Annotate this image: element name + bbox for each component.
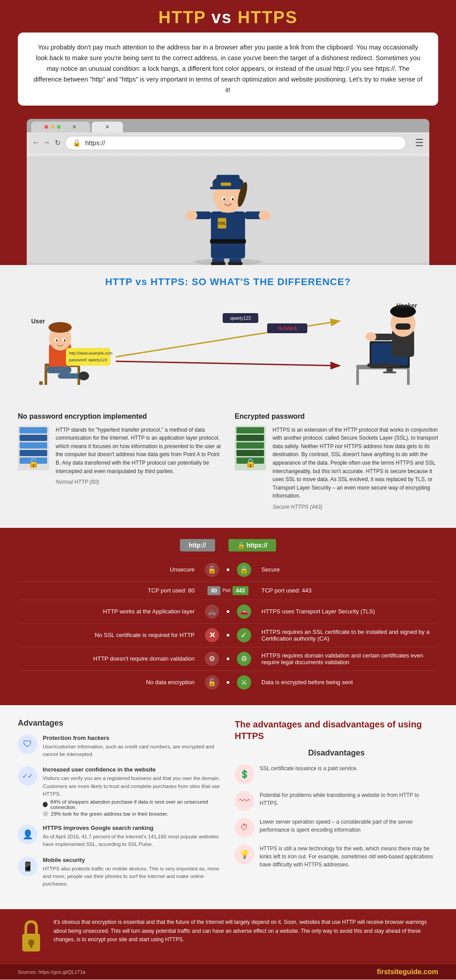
lock-icon: 🔒	[73, 139, 81, 147]
svg-rect-40	[66, 348, 110, 366]
svg-rect-57	[367, 363, 399, 367]
tab-close-2[interactable]: ✕	[105, 124, 110, 130]
adv-icon-3: 👤	[18, 825, 37, 844]
https-col-title: Encrypted password	[235, 412, 438, 421]
scene-container: http://www.example.com password: qwerty1…	[18, 299, 438, 388]
row6-icon-right: ⚔	[237, 675, 251, 690]
stat-row-29: 29% look for the green address bar in th…	[43, 811, 221, 817]
stat-84: 84% of shoppers abandon purchase if data…	[50, 799, 221, 810]
row5-icon-left: ⚙	[205, 652, 219, 666]
adv-icon-1: 🛡	[18, 735, 37, 754]
row6-divider	[227, 681, 229, 684]
footer-bottom: Sources: https://goo.gl/QL171a firstsite…	[0, 964, 456, 980]
footer-section: It's obvious that encryption is essentia…	[0, 909, 456, 964]
brand-com: .com	[422, 968, 438, 976]
svg-rect-51	[356, 369, 359, 385]
tab-dot-yellow	[51, 125, 54, 129]
port-443: 443	[232, 586, 248, 595]
svg-text:qwerty123: qwerty123	[230, 316, 251, 321]
brand-site: site	[390, 968, 403, 976]
disadvantages-title: Disadvantages	[235, 748, 438, 758]
http-column: No password encryption implemented 🔓 HTT…	[18, 412, 221, 514]
feature-row-6: No data encryption 🔓 ⚔ Data is encrypted…	[18, 671, 438, 694]
svg-text:http://www.example.com: http://www.example.com	[69, 351, 113, 355]
feature-row-4: No SSL certificate is required for HTTP …	[18, 624, 438, 647]
browser-window: ✕ ✕ ← → ↻ 🔒 https:// ☰	[27, 119, 429, 265]
disadv-text-2: Potential for problems while transitioni…	[260, 791, 438, 807]
http-text: HTTP stands for "hypertext transfer prot…	[56, 426, 221, 476]
adv-icon-2: ✓✓	[18, 766, 37, 786]
hamburger-menu[interactable]: ☰	[415, 137, 424, 149]
refresh-button[interactable]: ↻	[55, 139, 61, 147]
svg-text:Hacker: Hacker	[396, 302, 417, 309]
address-text: https://	[85, 139, 105, 147]
footer-source: Sources: https://goo.gl/QL171a	[18, 969, 86, 975]
footer-lock-illustration	[18, 918, 45, 956]
advantage-item-3: 👤 HTTPS improves Google search ranking A…	[18, 825, 221, 849]
svg-rect-29	[39, 381, 43, 385]
row1-right: Secure	[255, 566, 438, 573]
scene-svg: http://www.example.com password: qwerty1…	[18, 299, 438, 388]
row4-divider	[227, 634, 229, 637]
http-col-title: No password encryption implemented	[18, 412, 221, 421]
https-server-row: 🔒 HTTPS is an extension of the HTTP prot…	[235, 426, 438, 510]
row4-icon-left: ✕	[205, 628, 219, 642]
tab-close-1[interactable]: ✕	[72, 124, 77, 130]
comparison-columns: No password encryption implemented 🔓 HTT…	[18, 412, 438, 514]
row3-icon-right: 🚗	[237, 604, 251, 619]
https-bar-4	[236, 450, 264, 456]
svg-text:SSL: SSL	[218, 220, 226, 225]
brand-first: first	[377, 968, 390, 976]
forward-button[interactable]: →	[42, 138, 50, 147]
comparison-section: No password encryption implemented 🔓 HTT…	[0, 404, 456, 528]
adv-title-3: HTTPS improves Google search ranking	[43, 825, 221, 831]
row5-icon-right: ⚙	[237, 652, 251, 666]
row5-right: HTTPS requires domain validation and cer…	[255, 652, 438, 666]
row6-left: No data encryption	[18, 679, 201, 686]
feature-row-3: HTTP works at the Application layer 🚲 🚗 …	[18, 600, 438, 624]
disadvantage-item-3: ⏱ Lower server operation speed – a consi…	[235, 818, 438, 837]
https-bar-1	[236, 427, 264, 433]
disadvantage-item-2: 〰 Potential for problems while transitio…	[235, 791, 438, 811]
stat-dot-84	[43, 802, 48, 807]
row4-icons: ✕ ✓	[201, 628, 255, 642]
row4-right: HTTPS requires an SSL certificate to be …	[255, 629, 438, 642]
disadv-icon-2: 〰	[235, 791, 254, 811]
row5-divider	[227, 657, 229, 660]
advantage-item-4: 📱 Mobile security HTTPS also protects tr…	[18, 857, 221, 888]
nav-arrows: ← →	[32, 138, 50, 147]
row5-left: HTTP doesn't require domain validation	[18, 655, 201, 662]
svg-rect-5	[210, 239, 246, 244]
row5-icons: ⚙ ⚙	[201, 652, 255, 666]
stat-29: 29% look for the green address bar in th…	[51, 811, 168, 817]
svg-rect-14	[216, 175, 240, 181]
disadv-icon-1: 💲	[235, 764, 254, 784]
address-bar[interactable]: 🔒 https://	[65, 136, 406, 150]
svg-point-63	[366, 332, 376, 341]
adv-desc-1: User/customer information, such as credi…	[43, 743, 221, 759]
svg-rect-9	[228, 261, 243, 265]
https-bar-2	[236, 435, 264, 441]
http-label: Normal HTTP (80)	[56, 479, 221, 485]
svg-point-32	[49, 322, 72, 333]
row4-icon-right: ✓	[237, 628, 251, 642]
back-button[interactable]: ←	[32, 138, 40, 147]
adv-title-1: Protection from hackers	[43, 735, 221, 741]
footer-text: It's obvious that encryption is essentia…	[53, 918, 438, 944]
server-bar-2	[20, 435, 47, 441]
stat-dot-29	[43, 811, 48, 817]
http-server-graphic: 🔓	[18, 426, 49, 470]
svg-rect-8	[211, 261, 226, 265]
adv-title-4: Mobile security	[43, 857, 221, 863]
http-lock-icon: 🔓	[28, 457, 39, 468]
browser-content: SSL	[27, 154, 429, 265]
row3-icon-left: 🚲	[205, 604, 219, 619]
row3-left: HTTP works at the Application layer	[18, 608, 201, 615]
advantages-column: Advantages 🛡 Protection from hackers Use…	[18, 719, 221, 896]
tab-dot-red	[45, 125, 48, 129]
svg-rect-67	[30, 943, 33, 948]
https-text: HTTPS is an extension of the HTTP protoc…	[273, 426, 438, 500]
adv-disadv-title: The advantages and disadvantages of usin…	[235, 719, 438, 742]
advantages-section: Advantages 🛡 Protection from hackers Use…	[0, 705, 456, 910]
row4-left: No SSL certificate is required for HTTP	[18, 632, 201, 638]
